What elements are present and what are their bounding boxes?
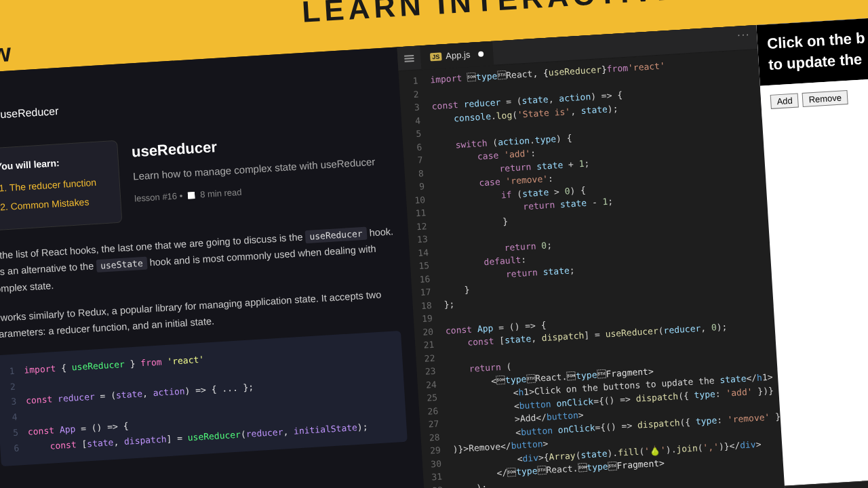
more-icon[interactable]: ···: [737, 28, 751, 41]
read-icon: [188, 192, 195, 199]
learning-outcome-heading: You will learn:: [0, 152, 106, 176]
breadcrumb-title: useReducer: [0, 102, 59, 123]
add-button[interactable]: Add: [770, 93, 799, 108]
inline-code: useState: [96, 257, 148, 273]
unsaved-dot-icon: [478, 51, 484, 56]
logo: Ww: [0, 38, 9, 69]
lesson-panel: → ✓ useReducer You will learn: The reduc…: [0, 47, 429, 488]
paragraph: In the list of React hooks, the last one…: [0, 223, 397, 298]
editor-tab[interactable]: JS App.js: [420, 41, 494, 69]
js-badge-icon: JS: [430, 52, 442, 61]
learning-outcome-item[interactable]: Common Mistakes: [10, 193, 108, 216]
console-panel: Console Console was cleared State is 0: [785, 472, 868, 488]
inline-code: useReducer: [305, 226, 367, 243]
hamburger-icon[interactable]: [397, 45, 421, 71]
learning-outcome-box: You will learn: The reducer functionComm…: [0, 140, 122, 230]
banner-title: LEARN INTERACTIVELY: [301, 0, 725, 29]
tab-filename: App.js: [446, 49, 471, 61]
code-editor: JS App.js ··· 1import typeReact, { use…: [397, 25, 788, 488]
learning-outcome-item[interactable]: The reducer function: [9, 174, 107, 197]
breadcrumb: ✓ useReducer: [0, 82, 387, 125]
code-snippet: 1import { useReducer } from 'react'23con…: [0, 331, 408, 467]
remove-button[interactable]: Remove: [802, 90, 848, 107]
